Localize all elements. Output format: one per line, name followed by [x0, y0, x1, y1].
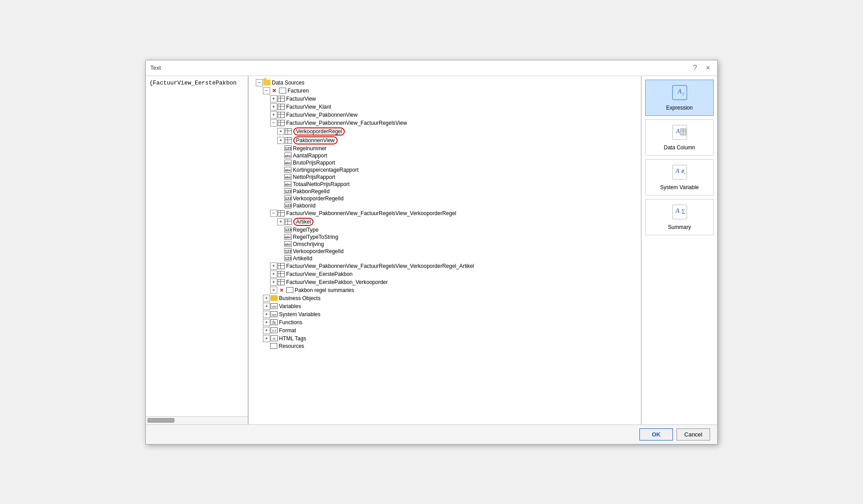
- tree-node-pakbonregelid[interactable]: 123 PakbonRegelId: [249, 188, 641, 195]
- tree-node-artikel[interactable]: + Artikel: [249, 217, 641, 226]
- node-label: RegelType: [293, 227, 318, 233]
- node-label: VerkooporderRegelId: [293, 248, 343, 254]
- expand-btn[interactable]: +: [270, 263, 277, 270]
- tree-node-format[interactable]: + #.# Format: [249, 326, 641, 335]
- table-icon: [278, 112, 285, 118]
- scrollbar[interactable]: [146, 416, 248, 424]
- title-bar-controls: ? ×: [690, 63, 713, 73]
- expression-button[interactable]: A f Expression: [645, 80, 714, 116]
- expand-btn[interactable]: +: [277, 137, 284, 144]
- table-icon: [278, 271, 285, 277]
- tree-node-variables[interactable]: + var Variables: [249, 302, 641, 310]
- tree-node-pakbonnenview[interactable]: + PakbonnenView: [249, 136, 641, 145]
- expand-btn[interactable]: +: [270, 287, 277, 294]
- tree-node-business-objects[interactable]: + Business Objects: [249, 294, 641, 302]
- expand-btn[interactable]: +: [263, 311, 270, 318]
- table-icon: [278, 104, 285, 110]
- expand-btn[interactable]: +: [270, 111, 277, 119]
- expand-btn[interactable]: +: [270, 271, 277, 278]
- tree-node-verkooporderregelid[interactable]: 123 VerkooporderRegelId: [249, 195, 641, 202]
- system-variable-label: System Variable: [660, 184, 698, 191]
- expand-btn[interactable]: +: [263, 335, 270, 342]
- tree-node-regelnummer[interactable]: 123 Regelnummer: [249, 145, 641, 152]
- tree-node-factuurview-frlv-verkooporderregel[interactable]: − FactuurView_PakbonnenView_FactuurRegel…: [249, 209, 641, 217]
- text-area: {FactuurView_EerstePakbon: [146, 76, 249, 424]
- tree-node-factuurview-klant[interactable]: + FactuurView_Klant: [249, 103, 641, 111]
- node-label: FactuurView_PakbonnenView_FactuurRegelsV…: [286, 210, 456, 216]
- expand-btn[interactable]: +: [263, 319, 270, 326]
- tree-node-kortingspercentagerapport[interactable]: abc KortingspercentageRapport: [249, 166, 641, 174]
- abc-icon: abc: [284, 241, 292, 247]
- tree-node-frlv-verkooporderregel-artikel[interactable]: + FactuurView_PakbonnenView_FactuurRegel…: [249, 262, 641, 270]
- close-button[interactable]: ×: [703, 63, 713, 73]
- node-label: FactuurView_EerstePakbon: [286, 271, 353, 277]
- table-icon: [279, 88, 286, 93]
- tree-node-omschrijving[interactable]: abc Omschrijving: [249, 241, 641, 248]
- summary-icon: A Σ: [672, 204, 688, 222]
- expression-input[interactable]: {FactuurView_EerstePakbon: [146, 76, 248, 424]
- tree-node-factuurview[interactable]: + FactuurView: [249, 95, 641, 103]
- num-icon: 123: [284, 227, 292, 233]
- tree-node-regeltypetostring[interactable]: abc RegelTypeToString: [249, 233, 641, 241]
- tree-node-verkooporderregelid-2[interactable]: 123 VerkooporderRegelId: [249, 248, 641, 255]
- tree-node-totaalnettoprijsrapport[interactable]: abc TotaalNettoPrijsRapport: [249, 181, 641, 188]
- res-icon: [270, 343, 277, 349]
- svg-text:A: A: [675, 208, 679, 214]
- node-label: Omschrijving: [293, 241, 324, 247]
- tree-node-factuurview-pakbonnenview-factuurregelsview[interactable]: − FactuurView_PakbonnenView_FactuurRegel…: [249, 119, 641, 127]
- expand-facturen[interactable]: −: [263, 87, 270, 94]
- expression-icon: A f: [672, 85, 688, 103]
- expand-btn[interactable]: +: [263, 303, 270, 310]
- tree-node-pakbonid[interactable]: 123 PakbonId: [249, 202, 641, 209]
- abc-icon: abc: [284, 152, 292, 158]
- tree-node-regeltype[interactable]: 123 RegelType: [249, 226, 641, 233]
- fx-icon: fx: [271, 319, 278, 325]
- tree-node-system-variables[interactable]: + sys System Variables: [249, 310, 641, 318]
- expand-btn[interactable]: +: [263, 295, 270, 302]
- expand-btn[interactable]: −: [270, 119, 277, 127]
- tree-node-brutoprijsrapport[interactable]: abc BrutoPrijsRapport: [249, 159, 641, 166]
- data-column-label: Data Column: [664, 144, 695, 151]
- node-label: Pakbon regel summaries: [295, 287, 354, 293]
- expand-factuurview[interactable]: +: [270, 95, 277, 102]
- table-icon: [278, 279, 285, 285]
- tree-node-nettoprijsrapport[interactable]: abc NettoPrijsRapport: [249, 174, 641, 181]
- expand-btn[interactable]: +: [270, 103, 277, 110]
- tree-node-facturen[interactable]: − ✕ Facturen: [249, 87, 641, 95]
- expand-btn[interactable]: +: [277, 218, 284, 225]
- tree-node-factuurview-pakbonnenview[interactable]: + FactuurView_PakbonnenView: [249, 111, 641, 119]
- expand-btn[interactable]: +: [263, 327, 270, 334]
- expand-datasources[interactable]: −: [256, 79, 263, 86]
- expand-btn[interactable]: −: [270, 210, 277, 217]
- system-variable-button[interactable]: A # * System Variable: [645, 159, 714, 195]
- dialog-footer: OK Cancel: [146, 424, 717, 444]
- node-label: FactuurView_EerstePakbon_Verkooporder: [286, 279, 388, 285]
- tree-node-resources[interactable]: Resources: [249, 343, 641, 350]
- node-label: FactuurView_PakbonnenView_FactuurRegelsV…: [286, 263, 474, 269]
- tree-node-pakbon-regel-summaries[interactable]: + ✕ Pakbon regel summaries: [249, 286, 641, 294]
- help-button[interactable]: ?: [690, 63, 700, 73]
- tree-area[interactable]: − Data Sources − ✕ Facturen + FactuurVie…: [249, 76, 641, 424]
- tree-node-html-tags[interactable]: + H HTML Tags: [249, 335, 641, 343]
- tree-node-datasources[interactable]: − Data Sources: [249, 79, 641, 87]
- data-column-button[interactable]: A Data Column: [645, 119, 714, 156]
- table-icon: [285, 128, 292, 135]
- x-icon: ✕: [271, 88, 278, 94]
- expand-btn[interactable]: +: [270, 279, 277, 286]
- scroll-thumb[interactable]: [148, 418, 174, 423]
- tree-node-artikelid[interactable]: 123 ArtikelId: [249, 255, 641, 262]
- node-label: System Variables: [279, 311, 320, 318]
- tree-node-factuurview-eerstepakbon[interactable]: + FactuurView_EerstePakbon: [249, 270, 641, 278]
- tree-node-aantalrapport[interactable]: abc AantalRapport: [249, 152, 641, 159]
- node-label: TotaalNettoPrijsRapport: [293, 181, 350, 187]
- tree-node-factuurview-eerstepakbon-verkooporder[interactable]: + FactuurView_EerstePakbon_Verkooporder: [249, 278, 641, 286]
- cancel-button[interactable]: Cancel: [677, 428, 710, 440]
- tree-node-verkooporderregel[interactable]: + VerkooporderRegel: [249, 127, 641, 136]
- summary-button[interactable]: A Σ Summary: [645, 199, 714, 235]
- ok-button[interactable]: OK: [639, 428, 673, 440]
- tree-node-functions[interactable]: + fx Functions: [249, 318, 641, 326]
- node-label: BrutoPrijsRapport: [293, 160, 335, 166]
- node-label-circled: Artikel: [293, 218, 313, 226]
- svg-text:A: A: [675, 168, 679, 174]
- expand-btn[interactable]: +: [277, 128, 284, 135]
